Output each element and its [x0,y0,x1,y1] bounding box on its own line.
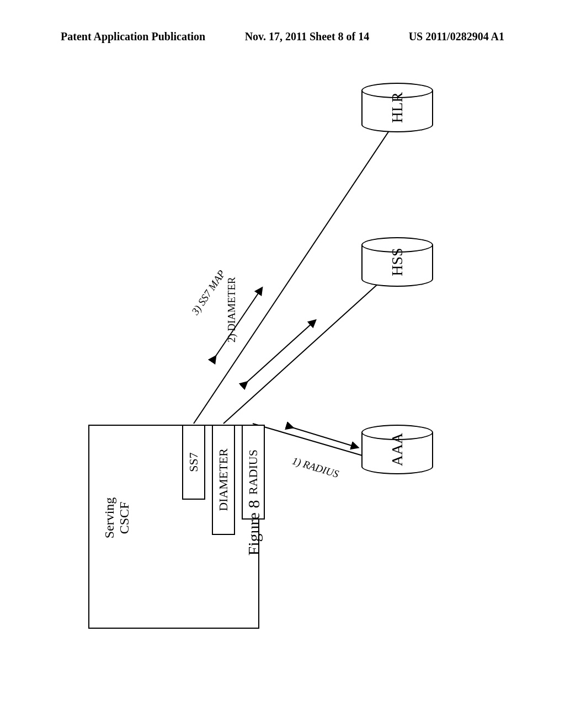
cylinder-hss: HSS [361,237,433,287]
page-header: Patent Application Publication Nov. 17, … [0,30,565,43]
label-diameter: 2) DIAMETER [226,277,238,342]
serving-cscf-label: Serving CSCF [102,463,132,573]
svg-line-1 [223,267,396,424]
serving-cscf-box: Serving CSCF SS7 DIAMETER RADIUS [88,425,259,629]
header-right: US 2011/0282904 A1 [409,30,504,43]
stack-ss7: SS7 [182,425,205,500]
cylinder-hlr: HLR [361,83,433,132]
header-left: Patent Application Publication [61,30,205,43]
figure-caption: Figure 8 [244,500,263,556]
stack-diameter: DIAMETER [212,425,235,535]
figure-8: 3) SS7 MAP 2) DIAMETER 1) RADIUS Serving… [66,116,499,678]
cylinder-aaa: AAA [361,425,433,474]
header-center: Nov. 17, 2011 Sheet 8 of 14 [245,30,370,43]
